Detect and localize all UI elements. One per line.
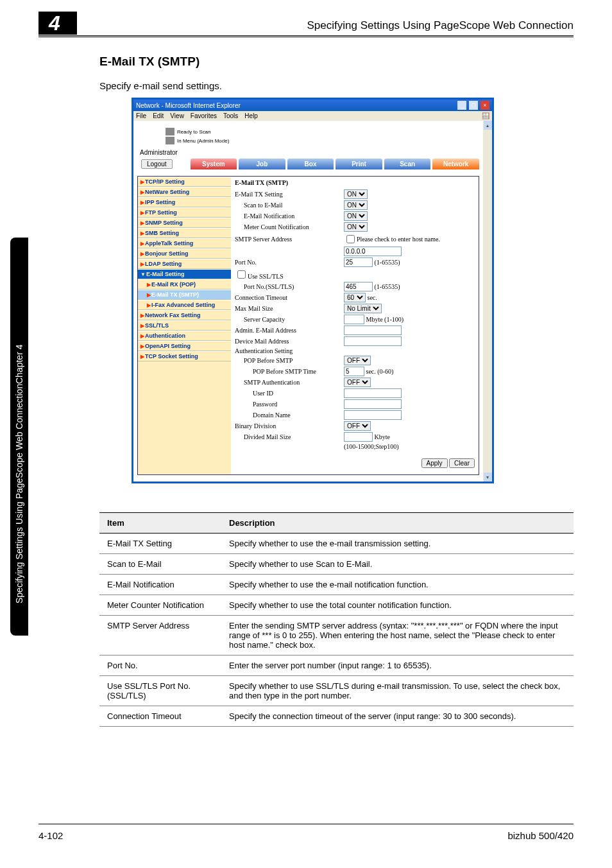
input-domain[interactable] (344, 410, 402, 420)
cell-desc: Specify whether to use the e-mail transm… (221, 534, 574, 554)
nav-item[interactable]: ▶NetWare Setting (138, 187, 231, 197)
input-server-address[interactable] (344, 247, 402, 256)
table-row: Meter Counter NotificationSpecify whethe… (99, 595, 574, 616)
nav-item[interactable]: ▶SNMP Setting (138, 218, 231, 228)
nav-item[interactable]: ▶TCP Socket Setting (138, 351, 231, 361)
select-timeout[interactable]: 60 (344, 293, 366, 302)
detail-title: E-Mail TX (SMTP) (235, 179, 475, 186)
nav-item[interactable]: ▶OpenAPI Setting (138, 341, 231, 351)
nav-item[interactable]: ▶I-Fax Advanced Setting (138, 300, 231, 310)
label-sslport: Port No.(SSL/TLS) (235, 283, 344, 290)
capacity-unit: Mbyte (1-100) (366, 316, 404, 323)
arrow-icon: ▶ (140, 323, 144, 329)
table-row: SMTP Server AddressEnter the sending SMT… (99, 616, 574, 655)
checkbox-hostname[interactable] (346, 235, 355, 243)
label-capacity: Server Capacity (235, 316, 344, 323)
printer-icon (166, 128, 174, 135)
nav-item[interactable]: ▶FTP Setting (138, 207, 231, 218)
nav-item[interactable]: ▶AppleTalk Setting (138, 238, 231, 248)
divided-range: (100-15000;Step100) (344, 443, 399, 450)
scroll-up-icon[interactable]: ▴ (484, 121, 492, 130)
input-device-email[interactable] (344, 336, 402, 346)
footer-page-number: 4-102 (38, 830, 63, 841)
nav-item[interactable]: ▶IPP Setting (138, 197, 231, 207)
tab-network[interactable]: Network (432, 159, 479, 169)
logout-button[interactable]: Logout (141, 159, 173, 169)
input-port[interactable] (344, 257, 373, 267)
cell-item: Use SSL/TLS Port No. (SSL/TLS) (99, 676, 221, 706)
select-maxmail[interactable]: No Limit (344, 304, 382, 313)
select-binary[interactable]: OFF (344, 421, 371, 431)
vertical-scrollbar[interactable]: ▴ ▾ (483, 121, 492, 482)
label-hostname-check: Please check to enter host name. (357, 236, 440, 243)
cell-desc: Specify whether to use the e-mail notifi… (221, 575, 574, 595)
sslport-range: (1-65535) (375, 283, 400, 290)
tab-print[interactable]: Print (336, 159, 382, 169)
tab-job[interactable]: Job (239, 159, 285, 169)
arrow-icon: ▶ (140, 261, 144, 267)
page-header-title: Specifying Settings Using PageScope Web … (307, 19, 574, 32)
input-password[interactable] (344, 399, 402, 409)
checkbox-usessl[interactable] (237, 270, 246, 279)
menu-favorites[interactable]: Favorites (191, 112, 217, 119)
header-rule (38, 35, 574, 37)
section-intro: Specify e-mail send settings. (99, 80, 574, 91)
label-device-email: Device Mail Address (235, 338, 344, 345)
label-divided: Divided Mail Size (235, 433, 344, 440)
scroll-down-icon[interactable]: ▾ (484, 473, 492, 482)
chapter-number-box: 4 (38, 12, 77, 35)
select-emailtx[interactable]: ON (344, 189, 368, 199)
nav-item[interactable]: ▶E-Mail TX (SMTP) (138, 290, 231, 300)
input-capacity[interactable] (344, 315, 364, 324)
nav-item[interactable]: ▶LDAP Setting (138, 259, 231, 269)
window-title: Network - Microsoft Internet Explorer (136, 102, 241, 109)
menu-file[interactable]: File (136, 112, 146, 119)
nav-item-label: SMB Setting (145, 230, 179, 236)
label-pop-before: POP Before SMTP (235, 357, 344, 364)
nav-item[interactable]: ▶Network Fax Setting (138, 310, 231, 320)
arrow-icon: ▼ (140, 272, 146, 277)
nav-item-label: E-Mail RX (POP) (151, 281, 196, 288)
tab-system[interactable]: System (191, 159, 237, 169)
minimize-icon[interactable]: _ (457, 101, 466, 110)
maximize-icon[interactable]: □ (469, 101, 478, 110)
nav-item[interactable]: ▶Bonjour Setting (138, 248, 231, 259)
select-notif[interactable]: ON (344, 211, 368, 221)
input-divided[interactable] (344, 432, 373, 442)
nav-item[interactable]: ▶TCP/IP Setting (138, 177, 231, 187)
cell-desc: Specify whether to use the total counter… (221, 595, 574, 616)
apply-button[interactable]: Apply (421, 458, 448, 468)
nav-item[interactable]: ▼E-Mail Setting (138, 269, 231, 279)
nav-item[interactable]: ▶SSL/TLS (138, 320, 231, 331)
table-row: Use SSL/TLS Port No. (SSL/TLS)Specify wh… (99, 676, 574, 706)
label-meter: Meter Count Notification (235, 223, 344, 230)
select-pop-before[interactable]: OFF (344, 356, 371, 365)
close-icon[interactable]: × (480, 101, 489, 110)
cell-item: Port No. (99, 655, 221, 676)
menu-edit[interactable]: Edit (153, 112, 164, 119)
select-meter[interactable]: ON (344, 222, 368, 232)
clear-button[interactable]: Clear (449, 458, 475, 468)
arrow-icon: ▶ (140, 179, 144, 185)
cell-item: Meter Counter Notification (99, 595, 221, 616)
select-smtp-auth[interactable]: OFF (344, 378, 371, 387)
menu-view[interactable]: View (170, 112, 184, 119)
menu-help[interactable]: Help (244, 112, 258, 119)
settings-nav: ▶TCP/IP Setting▶NetWare Setting▶IPP Sett… (138, 177, 231, 474)
tab-box[interactable]: Box (287, 159, 334, 169)
input-admin-email[interactable] (344, 326, 402, 335)
side-chapter: Chapter 4 (14, 318, 24, 383)
input-userid[interactable] (344, 388, 402, 398)
nav-item[interactable]: ▶SMB Setting (138, 228, 231, 238)
input-pop-time[interactable] (344, 367, 364, 376)
input-sslport[interactable] (344, 282, 373, 291)
nav-item[interactable]: ▶Authentication (138, 331, 231, 341)
table-row: E-Mail TX SettingSpecify whether to use … (99, 534, 574, 554)
nav-item[interactable]: ▶E-Mail RX (POP) (138, 279, 231, 290)
arrow-icon: ▶ (140, 343, 144, 349)
menu-tools[interactable]: Tools (223, 112, 238, 119)
label-userid: User ID (235, 390, 344, 397)
nav-item-label: OpenAPI Setting (145, 343, 191, 349)
tab-scan[interactable]: Scan (384, 159, 431, 169)
select-scanto[interactable]: ON (344, 200, 368, 210)
